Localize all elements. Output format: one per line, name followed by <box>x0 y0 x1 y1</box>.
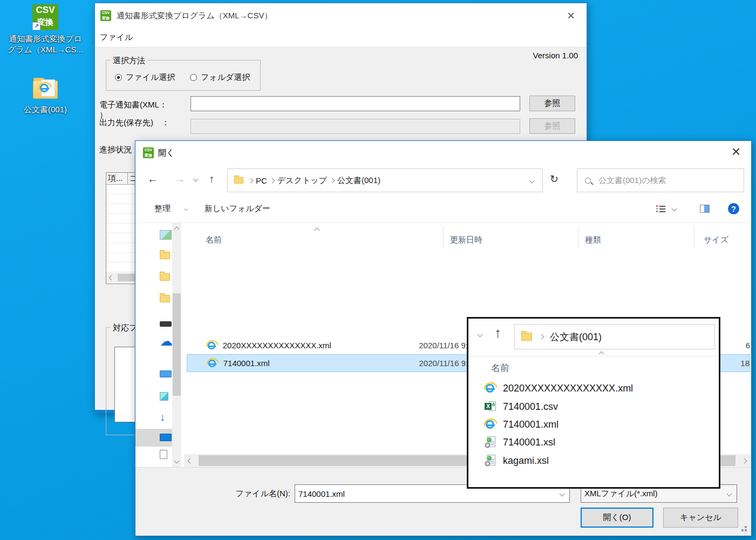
column-size[interactable]: サイズ <box>704 235 728 245</box>
documents-icon[interactable] <box>160 450 172 460</box>
dialog-close-button[interactable]: × <box>732 145 740 158</box>
inset-file-name: 7140001.xsl <box>503 437 555 448</box>
radio-folder-select[interactable]: フォルダ選択 <box>190 72 250 83</box>
crumb-folder[interactable]: 公文書(001) <box>334 176 384 186</box>
inset-history-chevron-icon <box>478 332 483 338</box>
inset-divider <box>468 356 719 356</box>
resize-grip[interactable] <box>745 529 747 531</box>
scroll-left-icon[interactable] <box>109 275 114 280</box>
3d-objects-icon[interactable] <box>160 392 172 402</box>
sidebar-item-desktop-selected[interactable] <box>135 429 172 447</box>
refresh-button[interactable]: ↻ <box>550 173 559 185</box>
radio-button-unchecked[interactable] <box>190 74 197 81</box>
help-button[interactable]: ? <box>728 203 739 214</box>
sidebar-scroll-thumb[interactable] <box>173 293 181 396</box>
inset-file-row: kagami.xsl <box>485 451 549 470</box>
back-button[interactable]: ← <box>147 173 158 184</box>
filename-dropdown-icon[interactable] <box>560 491 565 496</box>
desktop-app-label: 通知書形式変換プロ グラム（XML→CS... <box>5 33 85 55</box>
sidebar-folder-icon[interactable] <box>160 252 172 261</box>
filetype-dropdown-icon[interactable] <box>727 491 732 496</box>
breadcrumb[interactable]: PC デスクトップ 公文書(001) <box>227 168 543 192</box>
csv-converter-icon: CSV 変換 ↗ <box>32 4 58 30</box>
scroll-right-icon[interactable] <box>742 458 747 463</box>
ie-file-icon <box>207 358 217 369</box>
search-box[interactable]: 公文書(001)の検索 <box>577 168 744 192</box>
forward-button: → <box>174 173 185 184</box>
dialog-app-icon: CSV変換 <box>143 147 154 158</box>
main-titlebar[interactable]: CSV変換 通知書形式変換プログラム（XML→CSV） × <box>95 3 587 28</box>
column-type[interactable]: 種類 <box>585 235 601 245</box>
column-divider[interactable] <box>694 226 694 248</box>
column-date[interactable]: 更新日時 <box>450 235 482 245</box>
desktop-icon-folder[interactable]: 公文書(001) <box>5 77 85 115</box>
menu-file[interactable]: ファイル <box>100 32 133 43</box>
table-header-item[interactable]: 項... <box>106 173 128 184</box>
ie-file-icon <box>485 418 496 430</box>
scroll-up-icon[interactable] <box>174 227 180 232</box>
crumb-pc[interactable]: PC <box>253 176 270 185</box>
videos-icon[interactable] <box>160 321 172 327</box>
shortcut-arrow-icon: ↗ <box>32 22 40 30</box>
zoom-inset-overlay: ↑ 公文書(001) 名前 2020XXXXXXXXXXXXXX.xml aX … <box>467 317 720 489</box>
browse-xml-button[interactable]: 参照 <box>529 96 575 111</box>
xml-field-label: 電子通知書(XML： ） <box>99 99 167 120</box>
dialog-navbar: ← → ↑ PC デスクトップ 公文書(001) ↻ 公文書(001)の検索 <box>135 165 751 195</box>
file-name: 2020XXXXXXXXXXXXXX.xml <box>223 341 419 350</box>
address-dropdown-icon[interactable] <box>529 178 535 184</box>
main-window-title: 通知書形式変換プログラム（XML→CSV） <box>117 11 272 21</box>
inset-file-name: 2020XXXXXXXXXXXXXX.xml <box>503 383 633 394</box>
column-divider[interactable] <box>443 226 444 248</box>
radio-button-checked[interactable] <box>115 74 122 81</box>
sidebar-folder-icon[interactable] <box>160 273 172 283</box>
inset-file-row: 2020XXXXXXXXXXXXXX.xml <box>485 379 633 397</box>
sidebar-scrollbar[interactable] <box>172 223 181 467</box>
app-icon-small: CSV変換 <box>100 10 111 21</box>
inset-file-name: 7140001.xml <box>503 419 559 430</box>
scroll-left-icon[interactable] <box>188 458 193 463</box>
desktop-icon-app[interactable]: CSV 変換 ↗ 通知書形式変換プロ グラム（XML→CS... <box>5 4 85 55</box>
crumb-desktop[interactable]: デスクトップ <box>274 176 330 186</box>
search-placeholder: 公文書(001)の検索 <box>598 176 666 186</box>
pictures-icon[interactable] <box>160 230 172 240</box>
main-close-button[interactable]: × <box>567 9 575 22</box>
pc-icon[interactable] <box>160 370 172 377</box>
file-name: 7140001.xml <box>223 359 419 368</box>
history-chevron-icon[interactable] <box>193 177 199 182</box>
xsl-file-icon <box>485 455 495 467</box>
up-button[interactable]: ↑ <box>209 173 214 184</box>
progress-label: 進捗状況 <box>99 145 132 155</box>
ie-file-icon <box>207 340 217 351</box>
inset-file-name: kagami.xsl <box>503 455 549 467</box>
preview-pane-icon[interactable] <box>700 205 710 213</box>
desktop: CSV 変換 ↗ 通知書形式変換プロ グラム（XML→CS... 公文書(001… <box>0 0 756 540</box>
column-name[interactable]: 名前 <box>206 235 222 245</box>
organize-dropdown-icon[interactable] <box>184 207 188 211</box>
desktop-icon <box>160 434 172 441</box>
xsl-file-icon <box>485 436 495 448</box>
new-folder-button[interactable]: 新しいフォルダー <box>205 204 270 214</box>
inset-file-row: 7140001.xml <box>485 415 559 434</box>
open-button[interactable]: 開く(O) <box>581 508 653 528</box>
ie-file-icon <box>485 382 496 394</box>
browse-output-button: 参照 <box>529 118 575 134</box>
radio-file-select[interactable]: ファイル選択 <box>115 72 175 83</box>
scroll-down-icon[interactable] <box>174 458 180 464</box>
organize-button[interactable]: 整理 <box>154 204 171 214</box>
xml-path-input[interactable] <box>190 96 520 111</box>
dialog-titlebar[interactable]: CSV変換 開く × <box>135 141 751 165</box>
sidebar-folder-icon[interactable] <box>160 295 172 305</box>
ie-logo-icon <box>39 82 51 94</box>
selection-method-group: 選択方法 ファイル選択 フォルダ選択 <box>106 60 261 91</box>
inset-file-row: aX 7140001.csv <box>485 397 558 416</box>
column-divider[interactable] <box>578 226 578 248</box>
downloads-icon[interactable]: ↓ <box>160 412 172 422</box>
cancel-button[interactable]: キャンセル <box>663 508 738 528</box>
inset-file-name: 7140001.csv <box>503 401 558 413</box>
view-dropdown-icon[interactable] <box>672 206 677 212</box>
onedrive-icon[interactable]: ☁ <box>160 336 172 346</box>
excel-file-icon: aX <box>485 401 496 413</box>
view-list-icon[interactable] <box>656 205 665 213</box>
output-path-input <box>190 119 520 134</box>
sort-ascending-icon[interactable] <box>315 228 320 233</box>
